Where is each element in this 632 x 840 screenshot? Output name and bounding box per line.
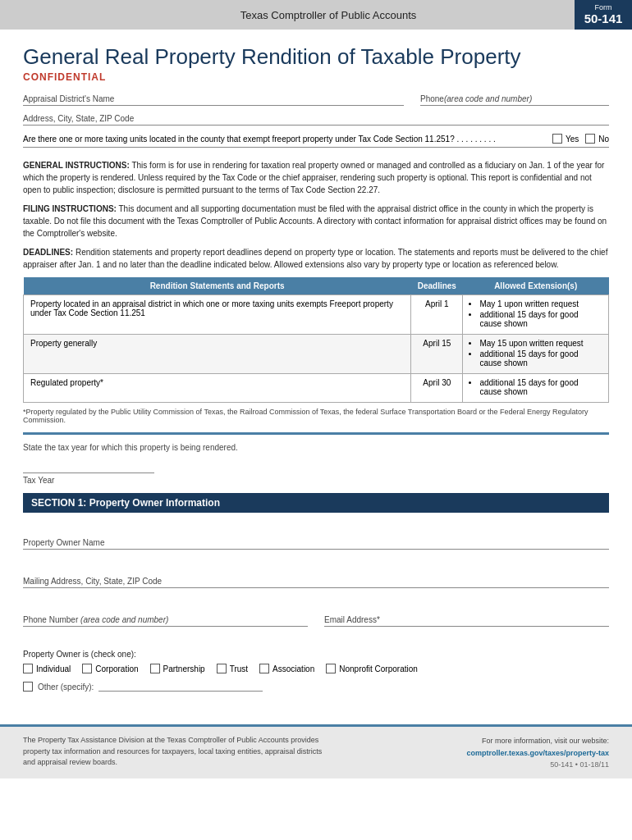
- page: Texas Comptroller of Public Accounts For…: [0, 0, 632, 840]
- no-checkbox[interactable]: [585, 134, 595, 144]
- freeport-row: Are there one or more taxing units locat…: [23, 134, 609, 148]
- extension-item: May 1 upon written request: [479, 299, 602, 308]
- general-instructions: GENERAL INSTRUCTIONS: This form is for u…: [23, 159, 609, 196]
- table-row: Regulated property*April 30additional 15…: [24, 374, 609, 403]
- no-checkbox-group: No: [585, 134, 609, 144]
- table-cell-extensions: May 15 upon written requestadditional 15…: [463, 335, 609, 374]
- tax-year-input[interactable]: [23, 459, 154, 473]
- extension-item: May 15 upon written request: [479, 339, 602, 348]
- address-field: Address, City, State, ZIP Code: [23, 114, 609, 126]
- confidential-label: CONFIDENTIAL: [23, 71, 609, 83]
- footer-left: The Property Tax Assistance Division at …: [23, 735, 335, 769]
- table-row: Property generallyApril 15May 15 upon wr…: [24, 335, 609, 374]
- owner-type-item: Corporation: [82, 664, 138, 673]
- owner-type-label-corporation: Corporation: [95, 664, 138, 673]
- owner-phone-input[interactable]: [23, 600, 308, 614]
- owner-type-label-trust: Trust: [230, 664, 248, 673]
- table-cell-extensions: additional 15 days for good cause shown: [463, 374, 609, 403]
- owner-type-label-association: Association: [272, 664, 314, 673]
- table-cell-extensions: May 1 upon written requestadditional 15 …: [463, 295, 609, 335]
- footer-right: For more information, visit our website:…: [466, 735, 609, 770]
- extension-item: additional 15 days for good cause shown: [479, 378, 602, 396]
- table-cell-statement: Property located in an appraisal distric…: [24, 295, 411, 335]
- yes-checkbox[interactable]: [552, 134, 562, 144]
- owner-phone-label: Phone Number (area code and number): [23, 615, 168, 624]
- owner-type-checkbox-corporation[interactable]: [82, 664, 92, 673]
- owner-type-item: Individual: [23, 664, 71, 673]
- form-number: 50-141: [584, 11, 623, 26]
- email-label: Email Address*: [324, 615, 380, 624]
- owner-type-label-partnership: Partnership: [163, 664, 205, 673]
- phone-label: Phone: [420, 94, 444, 103]
- extension-item: additional 15 days for good cause shown: [479, 310, 602, 328]
- owner-name-label: Property Owner Name: [23, 538, 104, 547]
- table-cell-deadline: April 30: [411, 374, 463, 403]
- tax-year-label: Tax Year: [23, 476, 54, 485]
- owner-name-input[interactable]: [23, 523, 609, 537]
- owner-name-field: Property Owner Name: [23, 523, 609, 550]
- mailing-address-label: Mailing Address, City, State, ZIP Code: [23, 577, 162, 586]
- footer-right-label: For more information, visit our website:: [466, 735, 609, 746]
- district-row: Appraisal District's Name Phone (area co…: [23, 94, 609, 114]
- agency-title: Texas Comptroller of Public Accounts: [0, 9, 575, 21]
- email-input[interactable]: [324, 600, 609, 614]
- email-field: Email Address*: [324, 600, 609, 627]
- deadlines-instructions: DEADLINES: Rendition statements and prop…: [23, 246, 609, 271]
- extension-item: additional 15 days for good cause shown: [479, 349, 602, 368]
- blue-divider: [23, 432, 609, 435]
- header-bar: Texas Comptroller of Public Accounts For…: [0, 0, 632, 30]
- table-footnote: *Property regulated by the Public Utilit…: [23, 408, 609, 424]
- phone-note: (area code and number): [444, 94, 532, 103]
- appraisal-district-label: Appraisal District's Name: [23, 94, 114, 103]
- mailing-address-field: Mailing Address, City, State, ZIP Code: [23, 561, 609, 588]
- table-col3-header: Allowed Extension(s): [463, 277, 609, 295]
- page-title: General Real Property Rendition of Taxab…: [23, 44, 609, 70]
- tax-year-prompt: State the tax year for which this proper…: [23, 443, 609, 452]
- table-cell-deadline: April 1: [411, 295, 463, 335]
- page-footer: The Property Tax Assistance Division at …: [0, 724, 632, 778]
- table-cell-statement: Property generally: [24, 335, 411, 374]
- other-label: Other (specify):: [38, 682, 94, 692]
- filing-instructions: FILING INSTRUCTIONS: This document and a…: [23, 203, 609, 240]
- owner-type-row: IndividualCorporationPartnershipTrustAss…: [23, 664, 609, 673]
- phone-email-row: Phone Number (area code and number) Emai…: [23, 600, 609, 638]
- address-label: Address, City, State, ZIP Code: [23, 114, 134, 123]
- owner-type-item: Trust: [217, 664, 248, 673]
- other-checkbox[interactable]: [23, 682, 33, 692]
- section1-header: SECTION 1: Property Owner Information: [23, 493, 609, 513]
- owner-type-label-nonprofit corporation: Nonprofit Corporation: [339, 664, 418, 673]
- phone-field: Phone (area code and number): [420, 94, 609, 106]
- tax-year-section: State the tax year for which this proper…: [23, 443, 609, 485]
- yes-checkbox-group: Yes: [552, 134, 579, 144]
- other-type-row: Other (specify):: [23, 678, 609, 692]
- owner-type-checkbox-association[interactable]: [259, 664, 269, 673]
- no-label: No: [598, 135, 609, 144]
- owner-type-checkbox-nonprofit corporation[interactable]: [326, 664, 336, 673]
- mailing-address-input[interactable]: [23, 561, 609, 576]
- table-row: Property located in an appraisal distric…: [24, 295, 609, 335]
- main-content: General Real Property Rendition of Taxab…: [0, 30, 632, 708]
- other-input[interactable]: [98, 678, 263, 692]
- owner-phone-field: Phone Number (area code and number): [23, 600, 308, 627]
- owner-type-checkbox-partnership[interactable]: [150, 664, 160, 673]
- table-col1-header: Rendition Statements and Reports: [24, 277, 411, 295]
- footer-version: 50-141 • 01-18/11: [466, 759, 609, 770]
- owner-type-checkbox-individual[interactable]: [23, 664, 33, 673]
- table-cell-deadline: April 15: [411, 335, 463, 374]
- owner-type-item: Association: [259, 664, 314, 673]
- owner-type-checkbox-trust[interactable]: [217, 664, 227, 673]
- table-cell-statement: Regulated property*: [24, 374, 411, 403]
- form-badge: Form 50-141: [575, 0, 632, 30]
- yes-label: Yes: [566, 135, 579, 144]
- freeport-question: Are there one or more taxing units locat…: [23, 135, 546, 144]
- footer-link[interactable]: comptroller.texas.gov/taxes/property-tax: [466, 747, 609, 759]
- appraisal-district-field: Appraisal District's Name: [23, 94, 404, 106]
- form-label: Form: [595, 3, 612, 12]
- table-col2-header: Deadlines: [411, 277, 463, 295]
- owner-type-item: Partnership: [150, 664, 205, 673]
- owner-type-section: Property Owner is (check one): Individua…: [23, 650, 609, 692]
- owner-type-label: Property Owner is (check one):: [23, 650, 609, 659]
- owner-type-label-individual: Individual: [36, 664, 71, 673]
- owner-type-item: Nonprofit Corporation: [326, 664, 418, 673]
- rendition-table: Rendition Statements and Reports Deadlin…: [23, 277, 609, 403]
